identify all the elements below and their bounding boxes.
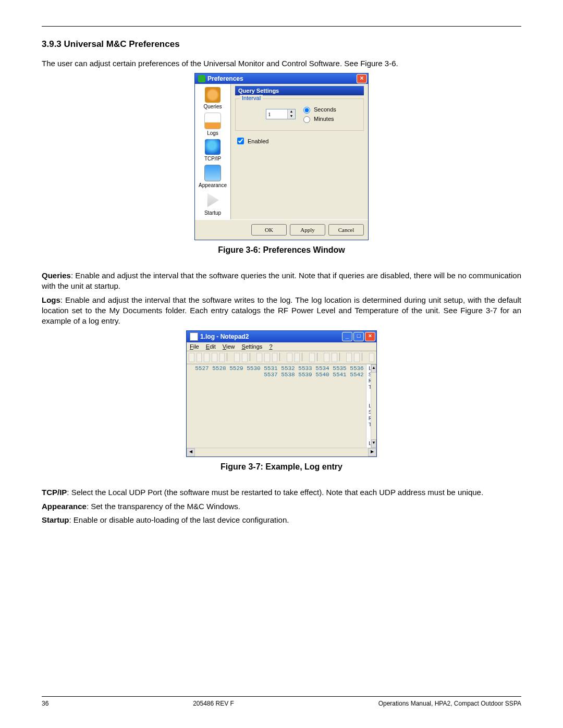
logs-text: : Enable and adjust the interval that th… bbox=[42, 295, 521, 326]
minimize-icon[interactable]: _ bbox=[342, 332, 352, 341]
find-icon[interactable] bbox=[287, 353, 292, 362]
menu-file[interactable]: File bbox=[190, 343, 199, 350]
notepad2-titlebar[interactable]: 1.log - Notepad2 _ □ × bbox=[187, 331, 376, 342]
notepad2-title: 1.log - Notepad2 bbox=[200, 333, 341, 340]
spin-up-icon[interactable]: ▲ bbox=[287, 109, 295, 114]
undo-icon[interactable] bbox=[234, 353, 240, 362]
editor-text[interactable]: Log Entry : 4:22:52 PM Tuesday, October … bbox=[366, 364, 371, 448]
sidebar-item-label: Startup bbox=[204, 210, 221, 216]
print-icon[interactable] bbox=[219, 353, 225, 362]
scroll-up-icon[interactable]: ▲ bbox=[371, 364, 376, 373]
radio-minutes-label: Minutes bbox=[314, 116, 334, 122]
radio-seconds-input[interactable] bbox=[303, 107, 310, 114]
footer-page: 36 bbox=[42, 700, 48, 707]
radio-seconds-label: Seconds bbox=[314, 106, 336, 113]
copy-icon[interactable] bbox=[264, 353, 270, 362]
menu-view[interactable]: View bbox=[223, 343, 235, 350]
new-icon[interactable] bbox=[189, 353, 194, 362]
logs-bold: Logs bbox=[42, 295, 60, 304]
paste-icon[interactable] bbox=[272, 353, 278, 362]
sidebar-item-tcpip[interactable]: TCP/IP bbox=[204, 139, 221, 162]
appearance-text: : Set the transparency of the M&C Window… bbox=[87, 502, 240, 511]
menu-help[interactable]: ? bbox=[269, 343, 272, 350]
appearance-icon bbox=[204, 165, 221, 181]
spin-down-icon[interactable]: ▼ bbox=[287, 114, 295, 119]
scheme-icon[interactable] bbox=[346, 353, 352, 362]
figure-3-7-caption: Figure 3-7: Example, Log entry bbox=[42, 462, 521, 472]
sidebar-item-startup[interactable]: Startup bbox=[204, 191, 222, 216]
zoomout-icon[interactable] bbox=[332, 353, 337, 362]
figure-3-6-caption: Figure 3-6: Preferences Window bbox=[42, 245, 521, 255]
ok-button[interactable]: OK bbox=[251, 224, 287, 236]
close-icon[interactable]: × bbox=[357, 74, 367, 83]
preferences-titlebar[interactable]: Preferences × bbox=[195, 73, 368, 84]
cancel-button[interactable]: Cancel bbox=[328, 224, 364, 236]
interval-spinner[interactable]: ▲ ▼ bbox=[266, 109, 296, 119]
interval-input[interactable] bbox=[266, 109, 287, 119]
globe-icon bbox=[205, 139, 221, 155]
interval-fieldset: Interval ▲ ▼ bbox=[235, 98, 364, 131]
preferences-title: Preferences bbox=[207, 75, 357, 82]
play-icon bbox=[204, 191, 222, 209]
notepad2-menubar[interactable]: File Edit View Settings ? bbox=[187, 342, 376, 351]
logs-desc: Logs: Enable and adjust the interval tha… bbox=[42, 295, 521, 327]
section-title: Universal M&C Preferences bbox=[64, 39, 180, 49]
radio-minutes-input[interactable] bbox=[303, 116, 310, 123]
startup-desc: Startup: Enable or disable auto-loading … bbox=[42, 515, 521, 525]
close-icon[interactable]: × bbox=[365, 332, 375, 341]
line-number-gutter: 5527 5528 5529 5530 5531 5532 5533 5534 … bbox=[187, 364, 366, 448]
apply-button[interactable]: Apply bbox=[290, 224, 325, 236]
zoomin-icon[interactable] bbox=[324, 353, 329, 362]
section-heading: 3.9.3 Universal M&C Preferences bbox=[42, 39, 521, 50]
page-footer: 36 205486 REV F Operations Manual, HPA2,… bbox=[42, 696, 521, 707]
sidebar-item-logs[interactable]: Logs bbox=[204, 113, 221, 136]
gear-icon bbox=[205, 87, 221, 103]
tcpip-bold: TCP/IP bbox=[42, 488, 67, 497]
scroll-right-icon[interactable]: ▶ bbox=[368, 448, 376, 456]
sidebar-item-label: TCP/IP bbox=[204, 156, 221, 162]
appearance-bold: Appearance bbox=[42, 502, 87, 511]
sidebar-item-label: Appearance bbox=[199, 182, 227, 188]
footer-center: 205486 REV F bbox=[193, 700, 234, 707]
interval-legend: Interval bbox=[240, 95, 263, 101]
sidebar-item-label: Logs bbox=[207, 130, 218, 136]
sidebar-item-queries[interactable]: Queries bbox=[203, 87, 222, 109]
exit-icon[interactable] bbox=[369, 353, 375, 362]
sidebar-item-label: Queries bbox=[203, 104, 222, 109]
vertical-scrollbar[interactable]: ▲ ▼ bbox=[371, 364, 376, 448]
app-icon bbox=[198, 75, 205, 82]
appearance-desc: Appearance: Set the transparency of the … bbox=[42, 501, 521, 512]
footer-right: Operations Manual, HPA2, Compact Outdoor… bbox=[378, 700, 521, 707]
scroll-down-icon[interactable]: ▼ bbox=[371, 439, 376, 448]
top-rule bbox=[42, 26, 521, 27]
tcpip-desc: TCP/IP: Select the Local UDP Port (the s… bbox=[42, 487, 521, 498]
horizontal-scrollbar[interactable]: ◀ ▶ bbox=[187, 448, 376, 456]
scroll-left-icon[interactable]: ◀ bbox=[187, 448, 195, 456]
radio-seconds[interactable]: Seconds bbox=[301, 105, 336, 114]
preferences-window: Preferences × Queries Logs TCP/IP bbox=[194, 73, 369, 240]
intro-paragraph: The user can adjust certain preferences … bbox=[42, 59, 521, 68]
enabled-label: Enabled bbox=[248, 138, 268, 144]
radio-minutes[interactable]: Minutes bbox=[301, 115, 336, 123]
replace-icon[interactable] bbox=[295, 353, 300, 362]
document-icon bbox=[190, 332, 198, 341]
save-icon[interactable] bbox=[212, 353, 217, 362]
tcpip-text: : Select the Local UDP Port (the softwar… bbox=[67, 488, 483, 497]
maximize-icon[interactable]: □ bbox=[353, 332, 364, 341]
notepad2-toolbar[interactable] bbox=[187, 351, 376, 364]
menu-edit[interactable]: Edit bbox=[206, 343, 216, 350]
menu-settings[interactable]: Settings bbox=[242, 343, 263, 350]
sidebar-item-appearance[interactable]: Appearance bbox=[199, 165, 227, 188]
wordwrap-icon[interactable] bbox=[309, 353, 315, 362]
startup-bold: Startup bbox=[42, 515, 69, 524]
browse-icon[interactable] bbox=[204, 353, 210, 362]
section-number: 3.9.3 bbox=[42, 39, 62, 49]
config-icon[interactable] bbox=[354, 353, 360, 362]
redo-icon[interactable] bbox=[242, 353, 248, 362]
queries-desc: Queries: Enable and adjust the interval … bbox=[42, 270, 521, 292]
log-icon bbox=[204, 113, 221, 129]
enabled-checkbox[interactable] bbox=[237, 138, 244, 144]
open-icon[interactable] bbox=[197, 353, 202, 362]
cut-icon[interactable] bbox=[256, 353, 262, 362]
startup-text: : Enable or disable auto-loading of the … bbox=[69, 515, 289, 524]
